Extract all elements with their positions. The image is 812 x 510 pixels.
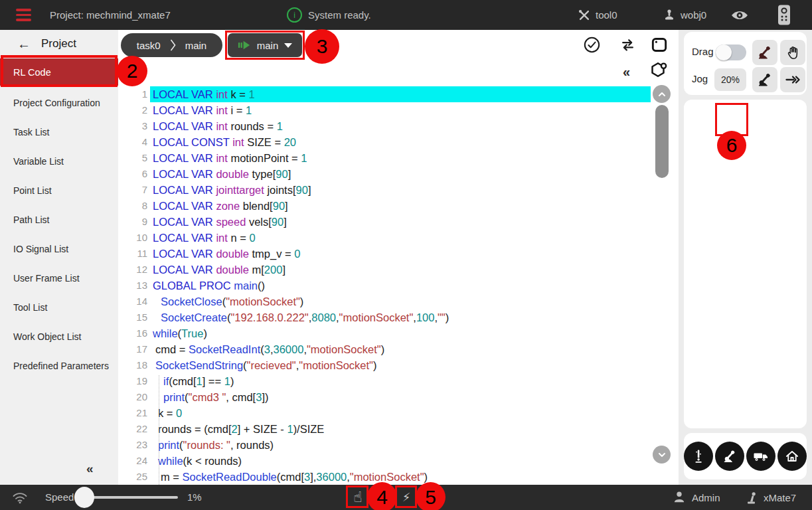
code-line-13[interactable]: 13GLOBAL PROC main() — [130, 278, 651, 294]
procedure-dropdown[interactable]: main — [228, 33, 302, 57]
sidebar-item-path-list[interactable]: Path List — [0, 205, 118, 234]
line-number: 7 — [130, 182, 147, 198]
sidebar-item-rl-code[interactable]: RL Code — [0, 58, 118, 86]
sidebar-item-work-object-list[interactable]: Work Object List — [0, 322, 118, 351]
lightning-bolt-icon: ⚡ — [402, 490, 411, 505]
pendant-mode-button[interactable] — [777, 0, 791, 30]
line-number: 23 — [130, 437, 147, 453]
sidebar-item-label: Predefined Parameters — [13, 361, 109, 371]
line-number: 2 — [130, 102, 147, 118]
menu-icon[interactable] — [16, 9, 31, 21]
sidebar-item-tool-list[interactable]: Tool List — [0, 293, 118, 322]
drag-free-hand-button[interactable] — [780, 40, 805, 65]
line-number: 9 — [130, 214, 147, 230]
drag-toggle[interactable] — [716, 44, 746, 60]
network-status-button[interactable] — [11, 485, 29, 510]
line-number: 21 — [130, 405, 147, 421]
code-line-5[interactable]: 5LOCAL VAR int motionPoint = 1 — [130, 150, 651, 166]
code-line-1[interactable]: 1LOCAL VAR int k = 1 — [130, 86, 651, 102]
code-line-25[interactable]: 25m = SocketReadDouble(cmd[3],36000,"mot… — [130, 469, 651, 485]
wifi-icon — [12, 491, 28, 504]
scroll-down-button[interactable] — [653, 446, 671, 464]
speed-value: 1% — [187, 485, 202, 510]
drag-joint-mode-button[interactable] — [752, 40, 777, 65]
user-label: Admin — [692, 492, 720, 503]
speed-slider-track[interactable] — [85, 496, 178, 499]
manual-mode-button[interactable]: ☝ — [347, 485, 368, 510]
tool-label: tool0 — [596, 9, 617, 21]
pointing-hand-icon: ☝ — [353, 489, 362, 506]
code-text: LOCAL VAR double tmp_v = 0 — [150, 246, 651, 262]
speed-slider-knob[interactable] — [74, 487, 94, 508]
tool-frame-button[interactable] — [684, 442, 713, 471]
code-line-2[interactable]: 2LOCAL VAR int i = 1 — [130, 102, 651, 118]
home-button[interactable] — [777, 442, 807, 471]
code-text: print("cmd3 ", cmd[3]) — [150, 389, 651, 405]
breadcrumb-task[interactable]: task0 — [137, 40, 161, 51]
sidebar-title: Project — [41, 37, 76, 50]
wobj-selector[interactable]: wobj0 — [663, 0, 706, 30]
blockly-view-button[interactable] — [648, 60, 668, 83]
line-number: 20 — [130, 389, 147, 405]
code-line-19[interactable]: 19if(cmd[1] == 1) — [130, 373, 651, 389]
sidebar-item-io-signal-list[interactable]: IO Signal List — [0, 234, 118, 264]
code-area[interactable]: 1LOCAL VAR int k = 12LOCAL VAR int i = 1… — [130, 86, 651, 485]
code-line-21[interactable]: 21k = 0 — [130, 405, 651, 421]
sidebar-item-project-configuration[interactable]: Project Configuration — [0, 88, 118, 118]
jog-continuous-button[interactable] — [780, 67, 805, 92]
sidebar-item-variable-list[interactable]: Variable List — [0, 147, 118, 176]
code-text: LOCAL VAR int k = 1 — [150, 86, 651, 102]
breadcrumb-proc[interactable]: main — [185, 40, 207, 51]
check-circle-icon — [583, 36, 601, 54]
user-icon — [672, 490, 687, 505]
motor-power-button[interactable]: ⚡ — [396, 485, 416, 510]
loop-mode-button[interactable] — [618, 36, 637, 56]
line-number: 25 — [130, 469, 147, 485]
tool-selector[interactable]: tool0 — [578, 0, 617, 30]
code-line-15[interactable]: 15SocketCreate("192.168.0.222",8080,"mot… — [130, 309, 651, 325]
code-line-20[interactable]: 20print("cmd3 ", cmd[3]) — [130, 389, 651, 405]
code-line-17[interactable]: 17cmd = SocketReadInt(3,36000,"motionSoc… — [130, 341, 651, 357]
code-line-6[interactable]: 6LOCAL VAR double type[90] — [130, 166, 651, 182]
code-line-7[interactable]: 7LOCAL VAR jointtarget joints[90] — [130, 182, 651, 198]
joint-frame-button[interactable] — [715, 442, 744, 471]
sidebar-item-label: Project Configuration — [13, 98, 100, 108]
code-line-3[interactable]: 3LOCAL VAR int rounds = 1 — [130, 118, 651, 134]
scrollbar-thumb[interactable] — [655, 105, 669, 178]
robot-icon — [745, 490, 758, 505]
sidebar-item-point-list[interactable]: Point List — [0, 176, 118, 205]
sidebar-item-predefined-parameters[interactable]: Predefined Parameters — [0, 351, 118, 381]
jog-joint-mode-button[interactable] — [752, 67, 777, 92]
sidebar-collapse-button[interactable]: « — [86, 462, 94, 476]
world-frame-button[interactable] — [746, 442, 775, 471]
code-line-10[interactable]: 10LOCAL VAR int n = 0 — [130, 230, 651, 246]
breadcrumb[interactable]: task0 main — [121, 33, 222, 57]
code-line-14[interactable]: 14SocketClose("motionSocket") — [130, 294, 651, 309]
sidebar-item-user-frame-list[interactable]: User Frame List — [0, 264, 118, 293]
code-line-24[interactable]: 24while(k < rounds) — [130, 453, 651, 469]
code-line-11[interactable]: 11LOCAL VAR double tmp_v = 0 — [130, 246, 651, 262]
line-number: 18 — [130, 357, 147, 373]
back-arrow-icon[interactable]: ← — [17, 37, 31, 52]
user-menu[interactable]: Admin — [672, 485, 720, 510]
code-line-4[interactable]: 4LOCAL CONST int SIZE = 20 — [130, 134, 651, 150]
robot-model[interactable]: xMate7 — [745, 485, 796, 510]
eye-icon — [730, 9, 749, 22]
sidebar-item-label: Point List — [13, 185, 52, 196]
code-line-18[interactable]: 18SocketSendString("recieved","motionSoc… — [130, 357, 651, 373]
sidebar-item-label: Tool List — [13, 302, 47, 313]
code-line-8[interactable]: 8LOCAL VAR zone blend[90] — [130, 198, 651, 214]
vision-toggle-button[interactable] — [730, 0, 749, 30]
syntax-check-button[interactable] — [583, 36, 601, 56]
code-line-22[interactable]: 22rounds = (cmd[2] + SIZE - 1)/SIZE — [130, 421, 651, 437]
sidebar-item-task-list[interactable]: Task List — [0, 118, 118, 147]
jog-speed-button[interactable]: 20% — [714, 68, 746, 91]
code-text: print("rounds: ", rounds) — [150, 437, 651, 453]
code-line-9[interactable]: 9LOCAL VAR speed vels[90] — [130, 214, 651, 230]
code-line-23[interactable]: 23print("rounds: ", rounds) — [130, 437, 651, 453]
code-line-12[interactable]: 12LOCAL VAR double m[200] — [130, 262, 651, 278]
scroll-up-button[interactable] — [653, 85, 671, 103]
new-window-button[interactable] — [649, 35, 669, 57]
panel-collapse-button[interactable]: « — [623, 64, 630, 80]
code-line-16[interactable]: 16while(True) — [130, 325, 651, 341]
